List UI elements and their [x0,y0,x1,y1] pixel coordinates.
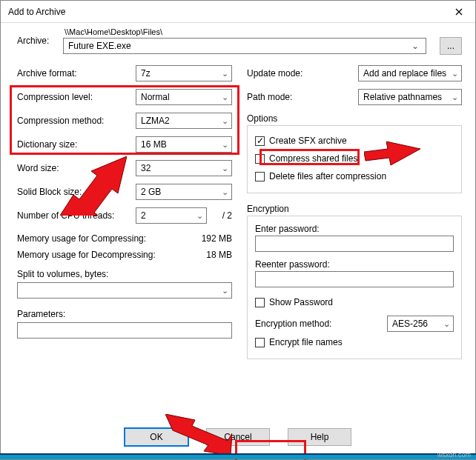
split-label: Split to volumes, bytes: [17,269,232,279]
close-icon [455,8,463,16]
footer-strip [0,453,476,459]
enc-method-select[interactable]: AES-256⌄ [387,316,454,332]
archive-label: Archive: [17,36,56,46]
close-button[interactable] [444,1,474,22]
reenter-pw-label: Reenter password: [255,259,454,270]
chevron-down-icon: ⌄ [222,164,228,173]
word-select[interactable]: 32⌄ [136,160,232,176]
chevron-down-icon: ⌄ [222,93,228,102]
showpw-label: Show Password [269,297,333,307]
shared-checkbox[interactable] [255,154,265,164]
method-label: Compression method: [17,116,136,126]
mem-decompress-value: 18 MB [206,250,232,260]
cancel-button[interactable]: Cancel [206,428,270,446]
word-label: Word size: [17,163,136,173]
archive-filename-dropdown[interactable]: Future EXE.exe ⌄ [63,38,426,54]
encryption-group: Enter password: Reenter password: Show P… [247,216,462,359]
encnames-checkbox[interactable] [255,338,265,347]
browse-button[interactable]: ... [440,37,462,55]
update-label: Update mode: [247,68,358,79]
threads-select[interactable]: 2⌄ [136,207,207,224]
encryption-group-label: Encryption [247,204,462,214]
format-select[interactable]: 7z⌄ [136,65,232,81]
chevron-down-icon: ⌄ [452,69,458,79]
enter-pw-label: Enter password: [255,224,454,234]
options-group: ✓ Create SFX archive Compress shared fil… [247,125,462,193]
split-dropdown[interactable]: ⌄ [17,282,232,299]
enc-method-label: Encryption method: [255,319,331,329]
mem-compress-label: Memory usage for Compressing: [17,233,146,244]
encnames-row[interactable]: Encrypt file names [255,333,454,351]
delete-row[interactable]: Delete files after compression [255,167,454,185]
block-label: Solid Block size: [17,187,136,197]
block-select[interactable]: 2 GB⌄ [136,184,232,200]
archive-filename: Future EXE.exe [68,41,131,51]
chevron-down-icon: ⌄ [196,211,203,221]
check-icon: ✓ [257,136,264,145]
dialog-content: Archive: \\Mac\Home\Desktop\Files\ Futur… [1,23,475,459]
reenter-pw-input[interactable] [255,271,454,287]
dialog-window: Add to Archive Archive: \\Mac\Home\Deskt… [0,0,476,460]
chevron-down-icon: ⌄ [222,286,228,296]
chevron-down-icon: ⌄ [222,187,228,197]
showpw-checkbox[interactable] [255,298,265,307]
button-row: OK Cancel Help [1,428,475,446]
encnames-label: Encrypt file names [269,337,343,347]
mem-decompress-label: Memory usage for Decompressing: [17,250,156,260]
pathmode-label: Path mode: [247,92,358,102]
chevron-down-icon: ⌄ [443,319,450,329]
chevron-down-icon: ⌄ [222,116,228,126]
mem-compress-value: 192 MB [202,233,232,244]
params-label: Parameters: [17,309,232,319]
credit-text: wsxdn.com [437,451,471,459]
archive-path-col: \\Mac\Home\Desktop\Files\ Future EXE.exe… [63,27,426,54]
method-select[interactable]: LZMA2⌄ [136,113,232,129]
shared-row[interactable]: Compress shared files [255,150,454,167]
chevron-down-icon: ⌄ [222,140,228,150]
titlebar: Add to Archive [1,1,475,23]
showpw-row[interactable]: Show Password [255,293,454,311]
update-select[interactable]: Add and replace files⌄ [358,65,462,81]
level-label: Compression level: [17,92,136,102]
options-group-label: Options [247,113,462,124]
threads-total: / 2 [210,210,232,221]
archive-path: \\Mac\Home\Desktop\Files\ [65,27,426,36]
chevron-down-icon: ⌄ [452,93,458,102]
threads-label: Number of CPU threads: [17,210,136,221]
dict-label: Dictionary size: [17,139,136,150]
sfx-row[interactable]: ✓ Create SFX archive [255,132,454,150]
window-title: Add to Archive [8,7,65,17]
help-button[interactable]: Help [288,428,351,446]
delete-checkbox[interactable] [255,172,265,181]
sfx-label: Create SFX archive [269,136,347,146]
ok-button[interactable]: OK [125,428,188,446]
delete-label: Delete files after compression [269,171,386,181]
chevron-down-icon: ⌄ [222,69,228,79]
sfx-checkbox[interactable]: ✓ [255,136,265,146]
enter-pw-input[interactable] [255,236,454,252]
pathmode-select[interactable]: Relative pathnames⌄ [358,89,462,105]
shared-label: Compress shared files [269,153,357,164]
right-column: Update mode: Add and replace files⌄ Path… [247,61,462,365]
archive-row: Archive: \\Mac\Home\Desktop\Files\ Futur… [17,32,462,50]
format-label: Archive format: [17,68,136,79]
left-column: Archive format: 7z⌄ Compression level: N… [17,61,232,365]
level-select[interactable]: Normal⌄ [136,89,232,105]
chevron-down-icon: ⌄ [409,41,421,51]
params-input[interactable] [17,322,232,339]
dict-select[interactable]: 16 MB⌄ [136,136,232,153]
